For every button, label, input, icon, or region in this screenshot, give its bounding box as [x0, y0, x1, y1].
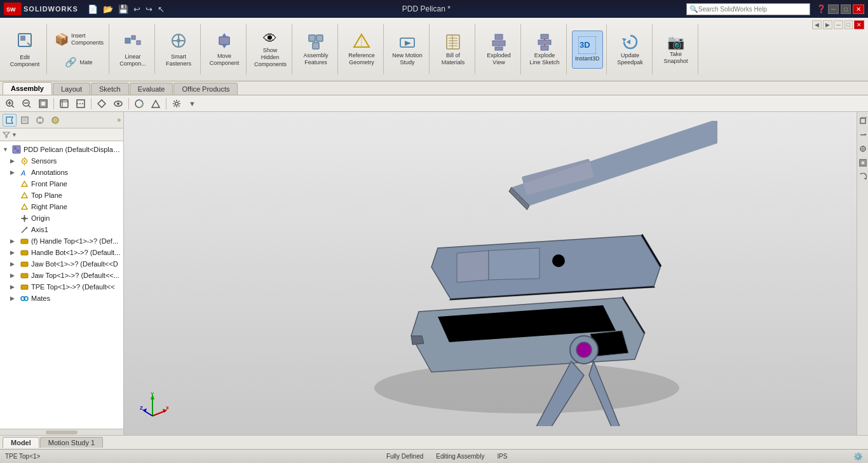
tree-right-plane-item[interactable]: Right Plane — [0, 201, 123, 212]
insert-components-button[interactable]: 📦 Insert Components — [52, 27, 105, 52]
assembly-features-icon — [307, 33, 325, 52]
select-icon[interactable]: ↖ — [156, 4, 166, 15]
instant3d-button[interactable]: 3D Instant3D — [572, 31, 603, 69]
svg-rect-116 — [861, 161, 865, 165]
zoom-fit-btn[interactable] — [36, 97, 51, 110]
svg-marker-14 — [222, 45, 227, 48]
handle-top-label: (f) Handle Top<1>->? (Def... — [31, 237, 118, 245]
display-style-btn[interactable] — [94, 97, 109, 110]
tree-front-plane-item[interactable]: Front Plane — [0, 178, 123, 190]
minimize-window-btn[interactable]: ─ — [834, 20, 843, 29]
update-speedpak-button[interactable]: Update Speedpak — [612, 31, 649, 69]
bill-of-materials-button[interactable]: Bill of Materials — [435, 31, 471, 69]
tab-office-products[interactable]: Office Products — [173, 83, 238, 95]
svg-rect-12 — [219, 37, 229, 45]
update-speedpak-icon — [621, 33, 639, 52]
tree-handle-top-item[interactable]: ▶ (f) Handle Top<1>->? (Def... — [0, 235, 123, 247]
section-view-btn[interactable] — [73, 97, 88, 110]
panel-expand-btn[interactable]: » — [117, 116, 121, 123]
configuration-manager-btn[interactable] — [33, 114, 47, 127]
hide-show-btn[interactable] — [111, 97, 126, 110]
tree-top-plane-item[interactable]: Top Plane — [0, 190, 123, 201]
view-orient-btn[interactable] — [57, 97, 72, 110]
jaw-top-expand-icon: ▶ — [10, 272, 19, 279]
open-icon[interactable]: 📂 — [101, 4, 115, 15]
move-component-button[interactable]: Move Component — [206, 30, 243, 69]
status-fully-defined: Fully Defined — [386, 453, 423, 460]
smart-fasteners-button[interactable]: Smart Fasteners — [160, 30, 197, 69]
search-box[interactable]: 🔍 — [686, 3, 810, 15]
tab-sketch[interactable]: Sketch — [91, 83, 129, 95]
vt-sep-2 — [91, 98, 92, 109]
mate-button[interactable]: 🔗 Mate — [53, 53, 104, 72]
view-settings-btn[interactable] — [169, 97, 184, 110]
new-motion-icon — [398, 33, 416, 52]
tree-annotations-item[interactable]: ▶ A Annotations — [0, 167, 123, 178]
svg-point-91 — [374, 363, 679, 413]
explode-line-sketch-button[interactable]: Explode Line Sketch — [526, 31, 563, 69]
restore-btn[interactable]: □ — [841, 4, 851, 14]
tree-sensors-item[interactable]: ▶ Sensors — [0, 155, 123, 167]
rp-btn-1[interactable] — [858, 114, 868, 127]
property-manager-btn[interactable] — [18, 114, 32, 127]
close-window-btn[interactable]: ✕ — [854, 20, 864, 29]
tree-root-item[interactable]: ▼ PDD Pelican (Default<Display S — [0, 144, 123, 155]
edit-component-button[interactable]: Edit Component — [6, 29, 43, 70]
undo-icon[interactable]: ↩ — [132, 4, 142, 15]
tree-jaw-bot-item[interactable]: ▶ Jaw Bot<1>->? (Default<<D — [0, 258, 123, 270]
exploded-view-button[interactable]: Exploded View — [480, 31, 517, 69]
minimize-btn[interactable]: ─ — [828, 4, 839, 14]
rp-btn-4[interactable] — [858, 156, 868, 169]
edit-appearance-btn[interactable] — [132, 97, 147, 110]
search-input[interactable] — [698, 6, 797, 13]
expand-ribbon-btn[interactable]: ▶ — [823, 20, 832, 29]
viewport[interactable]: Y X Z — [124, 112, 857, 435]
tab-motion-study-1[interactable]: Motion Study 1 — [40, 437, 103, 448]
svg-rect-29 — [495, 34, 503, 39]
tree-mates-item[interactable]: ▶ Mates — [0, 293, 123, 304]
rp-btn-5[interactable] — [858, 170, 868, 183]
zoom-in-btn[interactable] — [3, 97, 18, 110]
main-area: » ▼ ▼ PDD Pelican (Default<Display S ▶ — [0, 112, 868, 435]
tree-axis1-item[interactable]: Axis1 — [0, 224, 123, 235]
feature-manager-btn[interactable] — [3, 114, 17, 127]
linear-component-button[interactable]: Linear Compon... — [114, 30, 151, 69]
top-plane-icon — [19, 190, 29, 200]
collapse-ribbon-btn[interactable]: ◀ — [812, 20, 822, 29]
zoom-out-btn[interactable] — [19, 97, 34, 110]
rp-btn-3[interactable] — [858, 142, 868, 155]
redo-icon[interactable]: ↪ — [144, 4, 154, 15]
appearance-manager-btn[interactable] — [48, 114, 62, 127]
svg-rect-7 — [137, 41, 140, 45]
restore-window-btn[interactable]: □ — [844, 20, 853, 29]
front-plane-icon — [19, 179, 29, 189]
tree-origin-item[interactable]: Origin — [0, 212, 123, 224]
status-settings-icon[interactable]: ⚙️ — [853, 452, 863, 461]
take-snapshot-button[interactable]: 📷 Take Snapshot — [658, 31, 695, 69]
new-motion-study-button[interactable]: New Motion Study — [389, 31, 426, 69]
more-view-btn[interactable]: ▼ — [186, 97, 199, 110]
tab-layout[interactable]: Layout — [53, 83, 90, 95]
tree-jaw-top-item[interactable]: ▶ Jaw Top<1>->? (Default<<... — [0, 270, 123, 281]
help-icon[interactable]: ❓ — [817, 4, 826, 13]
svg-rect-106 — [860, 118, 865, 123]
tree-tpe-top-item[interactable]: ▶ TPE Top<1>->? (Default<< — [0, 281, 123, 293]
tree-handle-bot-item[interactable]: ▶ Handle Bot<1>->? (Default... — [0, 247, 123, 258]
assembly-features-button[interactable]: Assembly Features — [297, 31, 334, 69]
scroll-thumb[interactable] — [46, 431, 78, 434]
sensors-expand-icon: ▶ — [10, 158, 19, 164]
save-icon[interactable]: 💾 — [116, 4, 130, 15]
svg-rect-31 — [495, 47, 503, 50]
tab-assembly[interactable]: Assembly — [3, 82, 52, 95]
tab-evaluate[interactable]: Evaluate — [130, 83, 173, 95]
rp-btn-2[interactable] — [858, 128, 868, 141]
new-icon[interactable]: 📄 — [86, 4, 100, 15]
vt-sep-4 — [166, 98, 166, 109]
tab-model[interactable]: Model — [3, 437, 39, 448]
reference-geometry-button[interactable]: Reference Geometry — [343, 31, 380, 69]
explode-line-icon — [536, 33, 553, 52]
svg-rect-3 — [20, 36, 25, 41]
show-hidden-components-button[interactable]: 👁 Show Hidden Components — [252, 29, 288, 69]
close-btn[interactable]: ✕ — [853, 4, 864, 14]
scene-btn[interactable] — [148, 97, 163, 110]
